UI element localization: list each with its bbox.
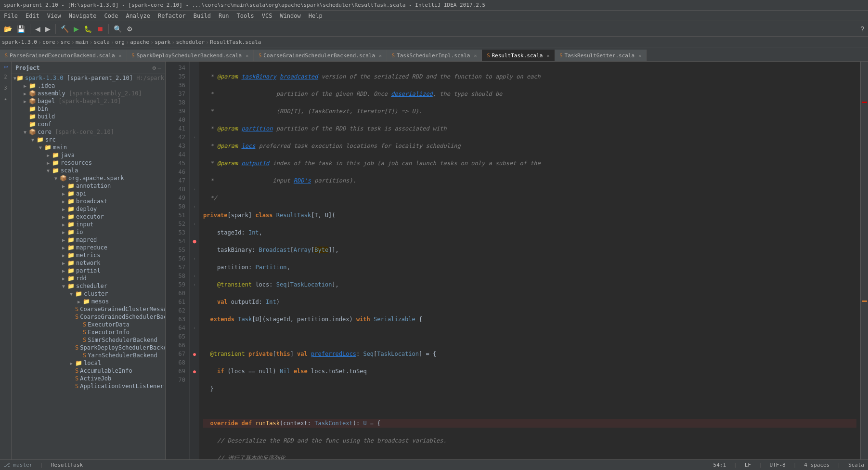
tree-input[interactable]: ▶ 📁 input	[12, 221, 165, 228]
toolbar-build-btn[interactable]: 🔨	[59, 23, 71, 35]
bc-spark[interactable]: spark	[155, 39, 170, 45]
bc-core[interactable]: core	[42, 39, 55, 45]
toolbar-run-btn[interactable]: ▶	[72, 23, 81, 35]
menu-help[interactable]: Help	[305, 11, 326, 21]
toolbar-open-btn[interactable]: 📂	[2, 23, 14, 35]
toolbar-settings-btn[interactable]: ⚙	[125, 23, 135, 35]
menu-run[interactable]: Run	[215, 11, 233, 21]
project-header-icons: ⚙ —	[153, 65, 161, 71]
tree-annotation[interactable]: ▶ 📁 annotation	[12, 182, 165, 190]
tree-network[interactable]: ▶ 📁 network	[12, 259, 165, 267]
tree-simrscheduler[interactable]: S SimrSchedulerBackend	[12, 336, 165, 344]
toolbar-save-btn[interactable]: 💾	[15, 23, 27, 35]
menu-navigate[interactable]: Navigate	[65, 11, 101, 21]
bc-apache[interactable]: apache	[130, 39, 149, 45]
bc-spark130[interactable]: spark-1.3.0	[2, 39, 37, 45]
tree-metrics[interactable]: ▶ 📁 metrics	[12, 251, 165, 259]
menu-vcs[interactable]: VCS	[258, 11, 276, 21]
tree-cluster[interactable]: ▼ 📁 cluster	[12, 290, 165, 298]
tree-yarnscheduler[interactable]: S YarnSchedulerBackend	[12, 352, 165, 359]
gutter: › › › › ● › › ›	[190, 62, 199, 459]
tree-executordata[interactable]: S ExecutorData	[12, 321, 165, 328]
tab-close-taskscheduler[interactable]: ✕	[474, 53, 477, 58]
menu-build[interactable]: Build	[190, 11, 215, 21]
tree-bin[interactable]: 📁 bin	[12, 105, 165, 113]
tree-broadcast[interactable]: ▶ 📁 broadcast	[12, 197, 165, 205]
tab-close-sparkdeploy[interactable]: ✕	[246, 53, 248, 58]
project-settings-icon[interactable]: ⚙	[153, 65, 156, 71]
tree-spark-root[interactable]: ▼ 📁 spark-1.3.0 [spark-parent_2.10] H:/s…	[12, 74, 165, 82]
tree-activejob[interactable]: S ActiveJob	[12, 375, 165, 382]
bc-org[interactable]: org	[115, 39, 125, 45]
bc-main[interactable]: main	[76, 39, 89, 45]
tree-main[interactable]: ▼ 📁 main	[12, 144, 165, 151]
sidebar-project-icon[interactable]: 1	[1, 64, 10, 70]
tree-bagel[interactable]: ▶ 📦 bagel [spark-bagel_2.10]	[12, 97, 165, 105]
menu-view[interactable]: View	[43, 11, 65, 21]
tree-mapreduce[interactable]: ▶ 📁 mapreduce	[12, 244, 165, 251]
sidebar-structure-icon[interactable]: 2	[2, 72, 9, 81]
tree-deploy[interactable]: ▶ 📁 deploy	[12, 205, 165, 213]
tab-coarsegrained[interactable]: S CoarseGrainedSchedulerBackend.scala ✕	[254, 50, 387, 61]
project-collapse-icon[interactable]: —	[158, 65, 161, 71]
tree-mesos[interactable]: ▶ 📁 mesos	[12, 298, 165, 305]
tree-assembly[interactable]: ▶ 📦 assembly [spark-assembly_2.10]	[12, 90, 165, 97]
tree-idea[interactable]: ▶ 📁 .idea	[12, 82, 165, 90]
tab-close-coarsegrained[interactable]: ✕	[379, 53, 382, 58]
tree-mapred[interactable]: ▶ 📁 mapred	[12, 236, 165, 244]
tab-close-resulttask[interactable]: ✕	[546, 53, 549, 58]
tree-src[interactable]: ▼ 📁 src	[12, 136, 165, 144]
menu-window[interactable]: Window	[276, 11, 304, 21]
tab-sparkdeploy[interactable]: S SparkDeploySchedulerBackend.scala ✕	[127, 50, 254, 61]
tree-scheduler[interactable]: ▼ 📁 scheduler	[12, 282, 165, 290]
tab-taskscheduler[interactable]: S TaskSchedulerImpl.scala ✕	[387, 50, 482, 61]
toolbar-stop-btn[interactable]: ⏹	[95, 23, 105, 35]
sidebar-favorites-icon[interactable]: ★	[2, 94, 9, 104]
toolbar-search-btn[interactable]: 🔍	[112, 23, 124, 35]
code-line-54: override def runTask(context: TaskContex…	[203, 419, 856, 428]
tree-executorinfo[interactable]: S ExecutorInfo	[12, 328, 165, 336]
tab-parsegrained[interactable]: S ParseGrainedExecutorBackend.scala ✕	[0, 50, 127, 61]
tab-taskresultgetter[interactable]: S TaskResultGetter.scala ✕	[555, 50, 647, 61]
tree-orgapachespark[interactable]: ▼ 📦 org.apache.spark	[12, 174, 165, 182]
toolbar-help-btn[interactable]: ?	[858, 23, 866, 35]
tree-executor[interactable]: ▶ 📁 executor	[12, 213, 165, 221]
tree-api[interactable]: ▶ 📁 api	[12, 190, 165, 197]
tree-java[interactable]: ▶ 📁 java	[12, 151, 165, 159]
tree-core[interactable]: ▼ 📦 core [spark-core_2.10]	[12, 128, 165, 136]
tree-conf[interactable]: 📁 conf	[12, 120, 165, 128]
tree-applicationeventlistener[interactable]: S ApplicationEventListener	[12, 382, 165, 390]
bc-scheduler[interactable]: scheduler	[176, 39, 205, 45]
tree-accumulableinfo[interactable]: S AccumulableInfo	[12, 367, 165, 375]
menu-code[interactable]: Code	[101, 11, 122, 21]
tree-build[interactable]: 📁 build	[12, 113, 165, 120]
tree-sparkdeployscheduler[interactable]: S SparkDeploySchedulerBackend	[12, 344, 165, 352]
tree-resources[interactable]: ▶ 📁 resources	[12, 159, 165, 167]
menu-refactor[interactable]: Refactor	[154, 11, 190, 21]
toolbar-back-btn[interactable]: ◀	[33, 23, 42, 35]
tree-local[interactable]: ▶ 📁 local	[12, 359, 165, 367]
tree-coarsegrainedcluster[interactable]: S CoarseGrainedClusterMessage	[12, 305, 165, 313]
menu-analyze[interactable]: Analyze	[122, 11, 154, 21]
menu-file[interactable]: File	[0, 11, 22, 21]
tab-resulttask[interactable]: S ResultTask.scala ✕	[482, 50, 555, 61]
tree-coarsegrainedscheduler[interactable]: S CoarseGrainedSchedulerBackend	[12, 313, 165, 321]
menu-tools[interactable]: Tools	[233, 11, 258, 21]
tree-rdd[interactable]: ▶ 📁 rdd	[12, 274, 165, 282]
sidebar-maven-icon[interactable]: 3	[2, 83, 9, 92]
toolbar-forward-btn[interactable]: ▶	[43, 23, 52, 35]
bc-scala[interactable]: scala	[94, 39, 110, 45]
bc-resulttask[interactable]: ResultTask.scala	[210, 39, 261, 45]
code-container[interactable]: 34 35 36 37 38 39 40 41 42 43 44 45 46 4…	[166, 62, 860, 459]
tree-scala[interactable]: ▼ 📁 scala	[12, 167, 165, 174]
code-line-44: taskBinary: Broadcast[Array[Byte]],	[203, 246, 856, 254]
code-content[interactable]: * @param taskBinary broadcasted version …	[199, 62, 860, 459]
menu-edit[interactable]: Edit	[22, 11, 43, 21]
tab-close-parsegrained[interactable]: ✕	[119, 53, 122, 58]
bc-src[interactable]: src	[61, 39, 70, 45]
toolbar-debug-btn[interactable]: 🐛	[82, 23, 94, 35]
tree-io[interactable]: ▶ 📁 io	[12, 228, 165, 236]
tree-partial[interactable]: ▶ 📁 partial	[12, 267, 165, 274]
tab-close-taskresultgetter[interactable]: ✕	[638, 53, 641, 58]
right-sidebar	[860, 62, 868, 459]
